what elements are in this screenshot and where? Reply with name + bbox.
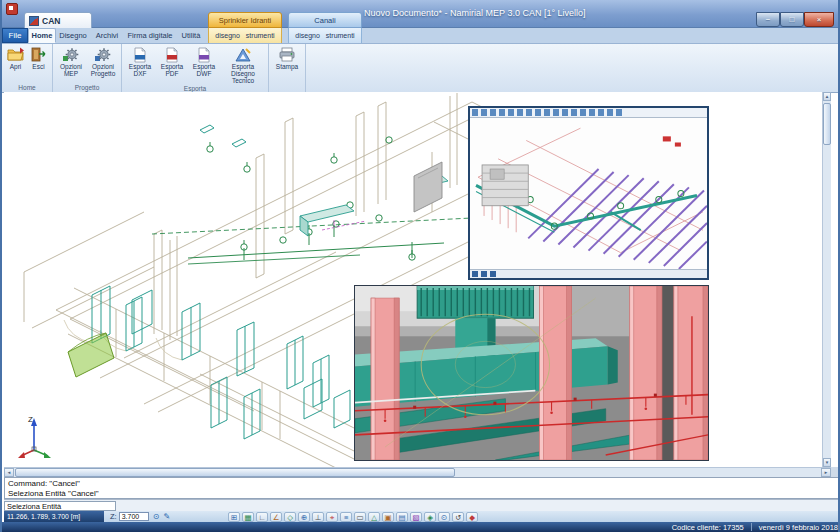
tab-utilita[interactable]: Utilità <box>176 28 206 43</box>
open-button-label: Apri <box>10 63 22 70</box>
lineweight-icon[interactable]: ≡ <box>340 512 352 522</box>
print-button[interactable]: Stampa <box>271 45 303 70</box>
maximize-button[interactable]: □ <box>780 12 804 27</box>
ribbon-tab-bar: File Home Disegno Archivi Firma digitale… <box>2 28 838 44</box>
gray-panel <box>414 162 442 212</box>
tab-sprinkler-strumenti[interactable]: strumenti <box>243 28 278 43</box>
tab-canali-disegno[interactable]: disegno <box>292 28 323 43</box>
ribbon-group-label-progetto: Progetto <box>55 83 119 92</box>
axis-z-label: Z <box>28 415 33 424</box>
triangle-icon[interactable]: △ <box>368 512 380 522</box>
ribbon-group-label-stampa <box>271 83 303 92</box>
mep-symbols <box>207 137 427 260</box>
horizontal-scroll-thumb[interactable] <box>15 468 455 477</box>
tab-file[interactable]: File <box>2 28 28 43</box>
gear-icon <box>62 46 80 63</box>
rotate-icon[interactable]: ↺ <box>452 512 464 522</box>
scrollbar-corner <box>831 467 840 477</box>
rectangle-icon[interactable]: ▭ <box>354 512 366 522</box>
tab-sprinkler-disegno[interactable]: disegno <box>212 28 243 43</box>
client-code: Codice cliente: 17355 <box>672 523 744 532</box>
tab-home[interactable]: Home <box>28 28 56 43</box>
snap-icon[interactable]: ▦ <box>242 512 254 522</box>
export-dxf-button[interactable]: Esporta DXF <box>124 45 156 77</box>
scroll-right-arrow[interactable]: ► <box>821 468 831 477</box>
inset-viewport-plan[interactable] <box>468 106 709 280</box>
mep-options-button[interactable]: Opzioni MEP <box>55 45 87 77</box>
perpendicular-icon[interactable]: ⊥ <box>312 512 324 522</box>
command-input[interactable]: Seleziona Entità <box>4 501 116 511</box>
inset-viewport-render[interactable] <box>354 285 709 461</box>
visibility-icon[interactable]: ⊙ <box>153 512 160 522</box>
export-pdf-button[interactable]: Esporta PDF <box>156 45 188 77</box>
render-grille <box>417 286 533 318</box>
app-icon[interactable] <box>6 3 18 15</box>
drafting-triangle-icon <box>234 46 252 63</box>
gem-icon[interactable]: ◆ <box>466 512 478 522</box>
inset-scroll-buttons[interactable] <box>472 271 498 277</box>
inset-toolbar-icons[interactable] <box>472 109 622 116</box>
command-history-line: Command: "Cancel" <box>8 479 836 489</box>
exit-button[interactable]: Esci <box>27 45 50 70</box>
gear-icon <box>94 46 112 63</box>
z-field-label: Z: <box>110 512 117 521</box>
export-pdf-label: Esporta PDF <box>156 63 188 77</box>
export-dwf-label: Esporta DWF <box>188 63 220 77</box>
tab-archivi[interactable]: Archivi <box>90 28 124 43</box>
tab-disegno[interactable]: Disegno <box>56 28 90 43</box>
horizontal-scrollbar[interactable]: ◄ ► <box>4 467 831 477</box>
ortho-icon[interactable]: ∟ <box>256 512 268 522</box>
current-date: venerdì 9 febbraio 2018 <box>759 523 838 532</box>
vertical-scrollbar[interactable]: ▲ ▼ <box>822 92 831 467</box>
divider <box>751 523 752 531</box>
command-history-window: Command: "Cancel" Seleziona Entità "Canc… <box>4 477 840 499</box>
window-controls: − □ × <box>756 12 834 27</box>
inset-plan-scrollbar[interactable] <box>470 269 707 278</box>
titlebar[interactable]: CAN Sprinkler Idranti Canali Nuovo Docum… <box>2 0 838 28</box>
exit-door-icon <box>30 46 48 63</box>
filled-square-icon[interactable]: ▣ <box>382 512 394 522</box>
circled-dot-icon[interactable]: ⊙ <box>438 512 450 522</box>
osnap-icon[interactable]: ◇ <box>284 512 296 522</box>
scroll-left-arrow[interactable]: ◄ <box>4 468 14 477</box>
rows-icon[interactable]: ▤ <box>396 512 408 522</box>
document-icon <box>163 46 181 63</box>
contextual-group-sprinkler-idranti: Sprinkler Idranti <box>208 12 282 28</box>
open-button[interactable]: Apri <box>4 45 27 70</box>
render-dark-slot <box>662 286 674 460</box>
document-tab-can[interactable]: CAN <box>24 12 92 28</box>
grid-icon[interactable]: ⊞ <box>228 512 240 522</box>
mep-options-label: Opzioni MEP <box>55 63 87 77</box>
status-toggles: ⊞ ▦ ∟ ∠ ◇ ⊕ ⊥ ⌖ ≡ ▭ △ ▣ ▤ ▧ ◈ ⊙ ↺ ◆ <box>228 512 478 522</box>
coordinates-readout: 11.266, 1.789, 3.700 [m] <box>4 511 104 522</box>
app-window: CAN Sprinkler Idranti Canali Nuovo Docum… <box>0 0 840 532</box>
z-elevation-input[interactable]: 3.700 <box>119 512 149 521</box>
contextual-tabs-canali: disegno strumenti <box>288 28 362 43</box>
ribbon-group-label-home: Home <box>4 83 50 92</box>
export-technical-drawing-button[interactable]: Esporta Disegno Tecnico <box>220 45 266 84</box>
drawing-viewport[interactable]: Z <box>4 92 831 467</box>
project-options-button[interactable]: Opzioni Progetto <box>87 45 119 77</box>
scroll-down-arrow[interactable]: ▼ <box>823 458 831 467</box>
close-button[interactable]: × <box>804 12 834 27</box>
tab-firma-digitale[interactable]: Firma digitale <box>124 28 176 43</box>
document-tab-label: CAN <box>42 16 60 26</box>
hatch-icon[interactable]: ▧ <box>410 512 422 522</box>
inset-plan-toolbar[interactable] <box>470 108 707 118</box>
target-icon[interactable]: ⌖ <box>326 512 338 522</box>
vertical-scroll-thumb[interactable] <box>823 103 831 145</box>
diamond-icon[interactable]: ◈ <box>424 512 436 522</box>
selected-door-highlight <box>68 333 114 377</box>
document-icon <box>131 46 149 63</box>
otrack-icon[interactable]: ⊕ <box>298 512 310 522</box>
edit-pencil-icon[interactable]: ✎ <box>163 512 170 522</box>
scroll-up-arrow[interactable]: ▲ <box>823 92 831 101</box>
ribbon-group-esporta: Esporta DXF Esporta PDF Esporta DWF <box>122 44 269 92</box>
tab-canali-strumenti[interactable]: strumenti <box>323 28 358 43</box>
plan-equipment-unit <box>482 165 528 206</box>
polar-icon[interactable]: ∠ <box>270 512 282 522</box>
minimize-button[interactable]: − <box>756 12 780 27</box>
ucs-axis-indicator: Z <box>18 415 51 458</box>
contextual-tabs-sprinkler: disegno strumenti <box>208 28 282 43</box>
export-dwf-button[interactable]: Esporta DWF <box>188 45 220 77</box>
